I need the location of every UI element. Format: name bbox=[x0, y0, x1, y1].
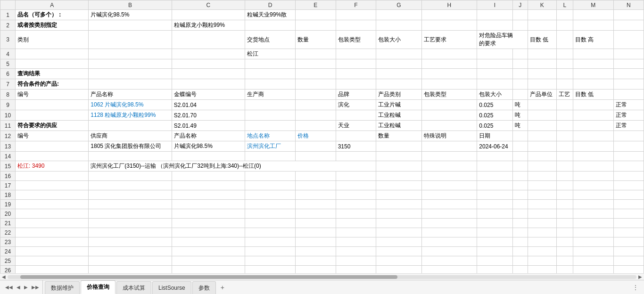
cell-3-F[interactable]: 包装类型 bbox=[336, 31, 376, 49]
cell-12-C[interactable]: 产品名称 bbox=[172, 131, 245, 141]
cell-12-M[interactable] bbox=[573, 131, 614, 141]
cell-12-L[interactable] bbox=[556, 131, 573, 141]
cell-15-H[interactable] bbox=[421, 161, 477, 172]
cell-15-J[interactable] bbox=[512, 161, 528, 172]
sheet-options-icon[interactable]: ⋮ bbox=[633, 284, 638, 291]
cell-10-H[interactable] bbox=[421, 110, 477, 121]
cell-14-D[interactable] bbox=[245, 152, 296, 161]
cell-9-D[interactable] bbox=[245, 100, 296, 110]
cell-14-A[interactable] bbox=[16, 152, 89, 161]
cell-13-I[interactable]: 2024-06-24 bbox=[477, 141, 512, 152]
cell-14-J[interactable] bbox=[512, 152, 528, 161]
cell-14-G[interactable] bbox=[376, 152, 421, 161]
cell-5-J[interactable] bbox=[512, 59, 528, 69]
cell-1-M[interactable] bbox=[573, 10, 614, 20]
cell-1-E[interactable] bbox=[296, 10, 336, 20]
cell-5-N[interactable] bbox=[613, 59, 644, 69]
cell-10-K[interactable] bbox=[528, 110, 556, 121]
cell-1-F[interactable] bbox=[336, 10, 376, 20]
cell-13-J[interactable] bbox=[512, 141, 528, 152]
cell-2-J[interactable] bbox=[512, 20, 528, 31]
cell-8-G[interactable]: 产品类别 bbox=[376, 90, 421, 100]
cell-4-K[interactable] bbox=[528, 49, 556, 59]
tab-参数[interactable]: 参数 bbox=[192, 281, 216, 294]
cell-11-H[interactable] bbox=[421, 121, 477, 131]
cell-14-F[interactable] bbox=[336, 152, 376, 161]
cell-13-C[interactable]: 片碱滨化98.5% bbox=[172, 141, 245, 152]
cell-13-E[interactable] bbox=[296, 141, 336, 152]
cell-11-G[interactable]: 工业粒碱 bbox=[376, 121, 421, 131]
cell-14-H[interactable] bbox=[421, 152, 477, 161]
cell-1-N[interactable] bbox=[613, 10, 644, 20]
cell-8-K[interactable]: 产品单位 bbox=[528, 90, 556, 100]
cell-10-A[interactable] bbox=[16, 110, 89, 121]
cell-12-D[interactable]: 地点名称 bbox=[245, 131, 296, 141]
cell-6-C[interactable] bbox=[172, 69, 245, 79]
cell-9-J[interactable]: 吨 bbox=[512, 100, 528, 110]
cell-9-I[interactable]: 0.025 bbox=[477, 100, 512, 110]
scroll-right-arrow[interactable]: ▶ bbox=[638, 274, 642, 279]
cell-7-K[interactable] bbox=[528, 79, 556, 90]
cell-12-H[interactable]: 特殊说明 bbox=[421, 131, 477, 141]
cell-5-D[interactable] bbox=[245, 59, 296, 69]
cell-11-A[interactable]: 符合要求的供应 bbox=[16, 121, 89, 131]
cell-14-I[interactable] bbox=[477, 152, 512, 161]
cell-1-A[interactable]: 品名（可多个）： bbox=[16, 10, 89, 20]
cell-10-J[interactable]: 吨 bbox=[512, 110, 528, 121]
cell-7-M[interactable] bbox=[573, 79, 614, 90]
cell-11-J[interactable]: 吨 bbox=[512, 121, 528, 131]
cell-4-E[interactable] bbox=[296, 49, 336, 59]
cell-9-M[interactable] bbox=[573, 100, 614, 110]
cell-14-N[interactable] bbox=[613, 152, 644, 161]
cell-3-M[interactable]: 目数 高 bbox=[573, 31, 614, 49]
cell-14-C[interactable] bbox=[172, 152, 245, 161]
cell-14-K[interactable] bbox=[528, 152, 556, 161]
cell-5-M[interactable] bbox=[573, 59, 614, 69]
cell-12-J[interactable] bbox=[512, 131, 528, 141]
cell-9-L[interactable] bbox=[556, 100, 573, 110]
cell-4-J[interactable] bbox=[512, 49, 528, 59]
cell-11-D[interactable] bbox=[245, 121, 296, 131]
cell-1-C[interactable] bbox=[172, 10, 245, 20]
tab-ListSourse[interactable]: ListSourse bbox=[152, 281, 191, 294]
cell-1-K[interactable] bbox=[528, 10, 556, 20]
cell-13-H[interactable] bbox=[421, 141, 477, 152]
cell-10-E[interactable] bbox=[296, 110, 336, 121]
cell-2-D[interactable] bbox=[245, 20, 296, 31]
tab-nav-last[interactable]: ▶▶ bbox=[30, 284, 41, 291]
cell-5-G[interactable] bbox=[376, 59, 421, 69]
cell-15-K[interactable] bbox=[528, 161, 556, 172]
cell-15-N[interactable] bbox=[613, 161, 644, 172]
cell-5-H[interactable] bbox=[421, 59, 477, 69]
horizontal-scrollbar-area[interactable]: ◀ ▶ bbox=[0, 273, 644, 280]
scrollbar-thumb[interactable] bbox=[20, 275, 397, 279]
cell-11-N[interactable]: 正常 bbox=[613, 121, 644, 131]
cell-8-J[interactable] bbox=[512, 90, 528, 100]
cell-1-D[interactable]: 粒碱天业99%散 bbox=[245, 10, 296, 20]
cell-13-K[interactable] bbox=[528, 141, 556, 152]
cell-10-D[interactable] bbox=[245, 110, 296, 121]
cell-10-I[interactable]: 0.025 bbox=[477, 110, 512, 121]
cell-7-E[interactable] bbox=[296, 79, 336, 90]
cell-1-G[interactable] bbox=[376, 10, 421, 20]
spreadsheet-container[interactable]: A B C D E F G H I J K L M N 1 品名（可多个）： 片… bbox=[0, 0, 644, 273]
cell-15-A[interactable]: 松江: 3490 bbox=[16, 161, 89, 172]
cell-3-K[interactable]: 目数 低 bbox=[528, 31, 556, 49]
cell-6-F[interactable] bbox=[336, 69, 376, 79]
cell-2-C[interactable]: 粒碱原龙小颗粒99% bbox=[172, 20, 245, 31]
cell-3-L[interactable] bbox=[556, 31, 573, 49]
cell-10-N[interactable]: 正常 bbox=[613, 110, 644, 121]
cell-13-M[interactable] bbox=[573, 141, 614, 152]
cell-13-N[interactable] bbox=[613, 141, 644, 152]
cell-7-A[interactable]: 符合条件的产品: bbox=[16, 79, 89, 90]
cell-2-F[interactable] bbox=[336, 20, 376, 31]
cell-8-E[interactable] bbox=[296, 90, 336, 100]
cell-10-B[interactable]: 1128 粒碱原龙小颗粒99% bbox=[89, 110, 172, 121]
cell-4-F[interactable] bbox=[336, 49, 376, 59]
cell-5-E[interactable] bbox=[296, 59, 336, 69]
cell-2-E[interactable] bbox=[296, 20, 336, 31]
cell-9-C[interactable]: S2.01.04 bbox=[172, 100, 245, 110]
cell-12-N[interactable] bbox=[613, 131, 644, 141]
cell-5-C[interactable] bbox=[172, 59, 245, 69]
cell-3-N[interactable] bbox=[613, 31, 644, 49]
